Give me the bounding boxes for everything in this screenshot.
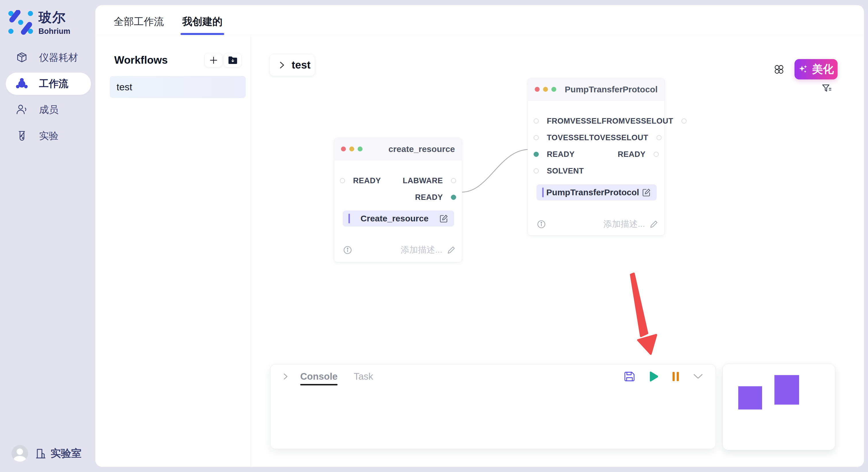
minimap-node	[774, 375, 799, 405]
building-icon	[35, 447, 46, 460]
node-status-dots	[535, 87, 556, 92]
bohrium-logo-icon	[8, 10, 33, 35]
test-tube-icon	[16, 130, 28, 142]
info-icon[interactable]	[537, 220, 546, 229]
main-panel: 全部工作流 我创建的 Workflows	[95, 5, 864, 467]
sidebar-item-label: 工作流	[39, 77, 68, 90]
chevron-right-icon	[278, 61, 285, 70]
workflow-canvas[interactable]: test 美化	[251, 35, 864, 467]
workflow-icon	[16, 77, 28, 90]
folder-download-icon	[228, 56, 238, 65]
active-tab-underline	[181, 33, 224, 35]
avatar[interactable]	[11, 445, 28, 462]
input-port-connected[interactable]	[534, 152, 539, 157]
edit-icon[interactable]	[439, 214, 448, 223]
console-expand-icon[interactable]	[282, 372, 289, 381]
workflow-list-panel: Workflows	[95, 35, 251, 467]
sparkles-icon	[798, 65, 808, 74]
node-label: Create_resource	[350, 214, 439, 224]
tab-my-created[interactable]: 我创建的	[182, 15, 222, 35]
pause-icon	[672, 372, 679, 381]
node-label: PumpTransferProtocol	[544, 188, 642, 197]
input-port[interactable]	[340, 178, 345, 183]
edit-icon[interactable]	[642, 188, 651, 197]
members-icon	[16, 103, 28, 116]
output-port-connected[interactable]	[451, 195, 456, 200]
input-port[interactable]	[534, 119, 539, 124]
import-folder-button[interactable]	[224, 53, 242, 67]
sidebar-item-label: 仪器耗材	[39, 51, 78, 64]
beautify-button[interactable]: 美化	[795, 59, 838, 79]
output-port[interactable]	[656, 135, 662, 140]
lab-switcher[interactable]: 实验室	[35, 446, 82, 461]
info-icon[interactable]	[343, 246, 352, 255]
bohrium-workflow-app: 玻尔 Bohrium 仪器耗材	[0, 0, 868, 472]
console-panel: Console Task	[270, 364, 716, 449]
input-port[interactable]	[534, 135, 539, 140]
workflow-tabs: 全部工作流 我创建的	[95, 5, 864, 35]
save-button[interactable]	[624, 371, 635, 382]
chevron-down-icon	[693, 373, 704, 380]
play-icon	[648, 371, 659, 382]
tab-all-workflows[interactable]: 全部工作流	[114, 15, 164, 35]
sidebar-footer: 实验室	[11, 445, 82, 462]
lab-label: 实验室	[51, 446, 82, 461]
tab-task[interactable]: Task	[353, 371, 373, 382]
minimap-node	[738, 386, 762, 409]
node-connection-edge	[462, 149, 529, 192]
red-dot	[535, 87, 539, 92]
yellow-dot	[543, 87, 548, 92]
collapse-console-button[interactable]	[693, 373, 704, 380]
logo[interactable]: 玻尔 Bohrium	[8, 9, 70, 36]
package-icon	[16, 51, 28, 64]
sidebar-item-members[interactable]: 成员	[6, 99, 91, 121]
run-button[interactable]	[648, 371, 659, 382]
description-placeholder[interactable]: 添加描述...	[401, 244, 442, 256]
sidebar-item-experiments[interactable]: 实验	[6, 125, 91, 147]
plus-icon	[209, 56, 218, 65]
workflow-list-item-test[interactable]: test	[110, 76, 246, 98]
sidebar: 玻尔 Bohrium 仪器耗材	[0, 0, 95, 472]
node-label-box[interactable]: Create_resource	[343, 210, 454, 227]
workflows-title: Workflows	[114, 54, 167, 66]
minimap[interactable]	[722, 364, 835, 450]
green-dot	[551, 87, 556, 92]
layout-apps-icon[interactable]	[774, 64, 784, 74]
pencil-icon[interactable]	[447, 246, 456, 255]
sidebar-item-instruments[interactable]: 仪器耗材	[6, 46, 91, 69]
node-pump-transfer-protocol[interactable]: PumpTransferProtocol FROMVESSEL FROMVESS…	[528, 78, 665, 236]
logo-subtitle: Bohrium	[38, 27, 70, 36]
sidebar-nav: 仪器耗材 工作流	[0, 46, 95, 147]
sidebar-item-label: 实验	[39, 129, 59, 142]
output-port[interactable]	[681, 119, 687, 124]
description-placeholder[interactable]: 添加描述...	[603, 218, 645, 230]
pencil-icon[interactable]	[650, 220, 658, 229]
filter-icon[interactable]	[822, 83, 832, 94]
node-create-resource[interactable]: create_resource READY LABWARE	[334, 138, 462, 262]
output-port[interactable]	[451, 178, 456, 183]
node-title: create_resource	[389, 144, 455, 154]
red-annotation-arrow	[631, 274, 656, 354]
sidebar-item-workflow[interactable]: 工作流	[6, 72, 91, 95]
add-workflow-button[interactable]	[205, 53, 222, 67]
pause-button[interactable]	[672, 372, 679, 381]
save-icon	[624, 371, 635, 382]
red-dot	[341, 146, 346, 151]
sidebar-item-label: 成员	[39, 103, 59, 116]
breadcrumb-label: test	[291, 59, 311, 71]
green-dot	[358, 146, 363, 151]
tab-console[interactable]: Console	[300, 371, 338, 382]
node-label-box[interactable]: PumpTransferProtocol	[536, 184, 657, 200]
yellow-dot	[349, 146, 354, 151]
logo-title: 玻尔	[38, 9, 70, 26]
breadcrumb[interactable]: test	[270, 54, 315, 76]
output-port[interactable]	[654, 152, 659, 157]
node-title: PumpTransferProtocol	[565, 85, 658, 94]
input-port[interactable]	[534, 168, 539, 173]
node-status-dots	[341, 146, 363, 151]
beautify-label: 美化	[812, 62, 834, 76]
